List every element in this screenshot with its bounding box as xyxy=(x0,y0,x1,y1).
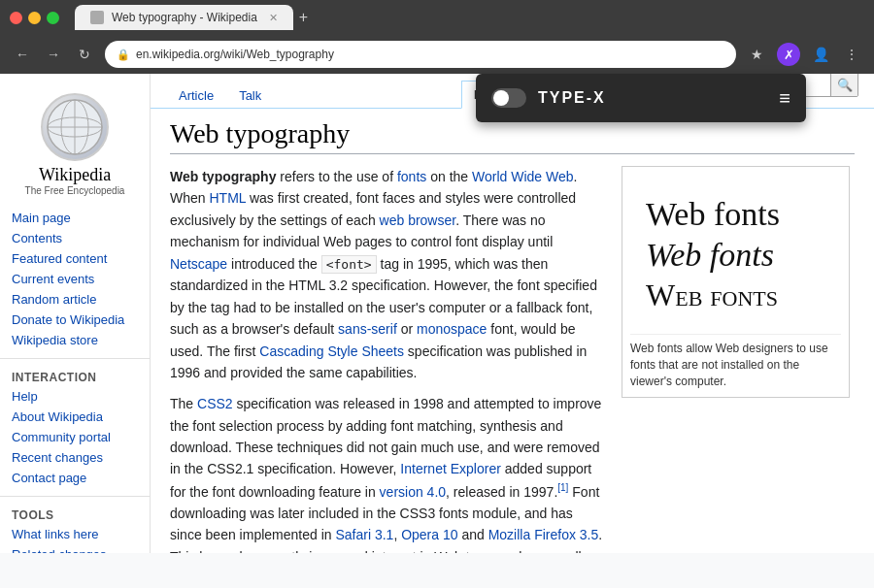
toggle-knob xyxy=(493,90,509,106)
typex-overlay: TYPE-X ≡ xyxy=(476,74,806,122)
wiki-article-content: Web typography Web typography refers to … xyxy=(151,109,874,553)
maximize-button[interactable] xyxy=(47,12,59,24)
lock-icon: 🔒 xyxy=(117,49,130,61)
wiki-globe-logo xyxy=(41,93,109,161)
bookmark-icon[interactable]: ★ xyxy=(746,44,767,65)
typex-title: TYPE-X xyxy=(538,89,767,107)
bold-intro: Web typography xyxy=(170,169,276,184)
reload-button[interactable]: ↻ xyxy=(74,44,95,65)
tab-close-button[interactable]: ✕ xyxy=(269,12,278,24)
web-fonts-image: Web fonts Web fonts Web fonts xyxy=(630,175,841,335)
close-button[interactable] xyxy=(10,12,22,24)
sidebar-item-current[interactable]: Current events xyxy=(0,269,150,289)
active-tab[interactable]: Web typography - Wikipedia ✕ xyxy=(75,5,293,30)
sidebar-item-contact[interactable]: Contact page xyxy=(0,468,150,488)
sidebar-item-main-page[interactable]: Main page xyxy=(0,208,150,228)
typex-menu-button[interactable]: ≡ xyxy=(779,87,790,110)
article-text: Web typography refers to the use of font… xyxy=(170,166,606,553)
tab-favicon xyxy=(90,11,104,24)
link-opera[interactable]: Opera 10 xyxy=(401,527,457,542)
sidebar-divider xyxy=(0,358,150,359)
extension-icon[interactable]: ✗ xyxy=(777,43,800,66)
link-css[interactable]: Cascading Style Sheets xyxy=(259,343,404,359)
link-version4[interactable]: version 4.0 xyxy=(380,484,446,500)
link-css2[interactable]: CSS2 xyxy=(197,396,233,411)
address-bar[interactable]: 🔒 en.wikipedia.org/wiki/Web_typography xyxy=(105,41,736,68)
tab-talk[interactable]: Talk xyxy=(226,82,274,109)
interaction-heading: Interaction xyxy=(0,367,150,386)
wiki-tagline: The Free Encyclopedia xyxy=(25,185,125,196)
sidebar-item-about[interactable]: About Wikipedia xyxy=(0,407,150,427)
link-html[interactable]: HTML xyxy=(209,190,246,206)
intro-paragraph: Web typography refers to the use of font… xyxy=(170,166,606,383)
tab-bar: Web typography - Wikipedia ✕ + xyxy=(75,5,864,30)
tab-title: Web typography - Wikipedia xyxy=(112,11,257,24)
wiki-sidebar: Wikipedia The Free Encyclopedia Main pag… xyxy=(0,74,151,553)
figure-caption: Web fonts allow Web designers to use fon… xyxy=(630,341,841,389)
page-title: Web typography xyxy=(170,118,855,154)
sidebar-divider-2 xyxy=(0,496,150,497)
sidebar-item-store[interactable]: Wikipedia store xyxy=(0,330,150,350)
second-paragraph: The CSS2 specification was released in 1… xyxy=(170,393,606,553)
link-sansserif[interactable]: sans-serif xyxy=(338,321,397,337)
sidebar-item-whatlinks[interactable]: What links here xyxy=(0,524,150,544)
link-www[interactable]: World Wide Web xyxy=(472,169,574,184)
web-fonts-line2: Web fonts xyxy=(646,237,774,274)
back-button[interactable]: ← xyxy=(12,44,33,65)
sidebar-item-community[interactable]: Community portal xyxy=(0,427,150,447)
code-font: <font> xyxy=(321,255,377,274)
wiki-page: Wikipedia The Free Encyclopedia Main pag… xyxy=(0,74,874,553)
tab-article[interactable]: Article xyxy=(166,82,226,109)
link-fonts[interactable]: fonts xyxy=(397,169,426,184)
new-tab-button[interactable]: + xyxy=(299,9,308,26)
wiki-wordmark: Wikipedia xyxy=(39,165,111,185)
wiki-logo: Wikipedia The Free Encyclopedia xyxy=(0,83,150,204)
sidebar-item-recent[interactable]: Recent changes xyxy=(0,447,150,468)
sidebar-tools: Tools What links here Related changes Up… xyxy=(0,501,150,553)
sidebar-item-help[interactable]: Help xyxy=(0,386,150,407)
link-firefox[interactable]: Mozilla Firefox 3.5 xyxy=(488,527,599,542)
search-button[interactable]: 🔍 xyxy=(830,74,857,96)
wiki-main-content: Article Talk Read Edit View history 🔍 We… xyxy=(151,74,874,553)
traffic-lights xyxy=(10,12,59,24)
minimize-button[interactable] xyxy=(28,12,41,24)
sidebar-item-random[interactable]: Random article xyxy=(0,289,150,310)
sidebar-item-featured[interactable]: Featured content xyxy=(0,248,150,269)
forward-button[interactable]: → xyxy=(43,44,64,65)
sidebar-nav: Main page Contents Featured content Curr… xyxy=(0,204,150,354)
sidebar-item-related[interactable]: Related changes xyxy=(0,544,150,553)
sidebar-item-donate[interactable]: Donate to Wikipedia xyxy=(0,310,150,330)
url-text: en.wikipedia.org/wiki/Web_typography xyxy=(136,48,334,61)
web-fonts-box: Web fonts Web fonts Web fonts Web fonts … xyxy=(622,166,850,398)
tools-heading: Tools xyxy=(0,505,150,524)
typex-toggle[interactable] xyxy=(491,88,526,108)
link-netscape[interactable]: Netscape xyxy=(170,256,227,272)
sidebar-interaction: Interaction Help About Wikipedia Communi… xyxy=(0,363,150,492)
account-icon[interactable]: 👤 xyxy=(810,44,831,65)
link-safari[interactable]: Safari 3.1 xyxy=(335,527,393,542)
wiki-body: Web typography refers to the use of font… xyxy=(170,166,855,553)
browser-chrome: Web typography - Wikipedia ✕ + xyxy=(0,0,874,35)
wiki-figure: Web fonts Web fonts Web fonts Web fonts … xyxy=(622,166,855,553)
menu-icon[interactable]: ⋮ xyxy=(841,44,862,65)
link-webbrowser[interactable]: web browser xyxy=(380,212,456,228)
web-fonts-line1: Web fonts xyxy=(646,196,780,233)
link-ie[interactable]: Internet Explorer xyxy=(400,461,501,476)
web-fonts-line3: Web fonts xyxy=(646,278,778,313)
address-bar-row: ← → ↻ 🔒 en.wikipedia.org/wiki/Web_typogr… xyxy=(0,35,874,74)
link-monospace[interactable]: monospace xyxy=(417,321,487,337)
sidebar-item-contents[interactable]: Contents xyxy=(0,228,150,248)
footnote-1[interactable]: [1] xyxy=(557,482,568,493)
